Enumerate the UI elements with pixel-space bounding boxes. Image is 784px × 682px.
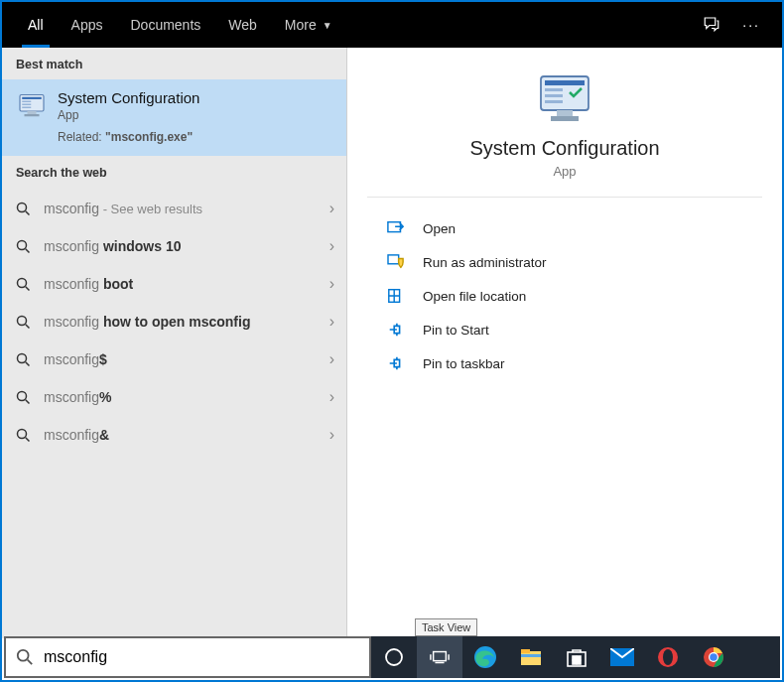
- more-options-icon[interactable]: ···: [742, 17, 760, 33]
- cortana-button[interactable]: [371, 636, 417, 678]
- chevron-right-icon: ›: [329, 426, 334, 444]
- svg-rect-5: [28, 111, 37, 114]
- file-explorer-button[interactable]: [508, 636, 554, 678]
- detail-title: System Configuration: [367, 137, 762, 160]
- svg-point-10: [18, 316, 27, 325]
- web-result-text: msconfig how to open msconfig: [44, 314, 329, 330]
- svg-point-38: [663, 649, 673, 665]
- svg-rect-34: [573, 661, 577, 665]
- best-match-item[interactable]: System Configuration App Related: "mscon…: [2, 79, 346, 156]
- svg-rect-16: [545, 88, 563, 91]
- svg-rect-3: [22, 104, 31, 106]
- svg-rect-22: [388, 255, 399, 264]
- search-icon: [16, 428, 34, 443]
- svg-rect-20: [551, 116, 579, 121]
- best-match-subtitle: App: [58, 108, 334, 122]
- task-view-button[interactable]: [417, 636, 462, 678]
- web-result-text: msconfig - See web results: [44, 201, 329, 216]
- search-filter-bar: All Apps Documents Web More ▼ ···: [2, 2, 782, 48]
- action-pin-start[interactable]: Pin to Start: [347, 313, 782, 346]
- tab-more[interactable]: More ▼: [271, 2, 346, 48]
- best-match-related: Related: "msconfig.exe": [58, 130, 334, 144]
- svg-rect-26: [434, 652, 447, 661]
- action-open-location[interactable]: Open file location: [347, 279, 782, 313]
- action-pin-taskbar-label: Pin to taskbar: [423, 356, 505, 371]
- search-icon: [16, 202, 34, 216]
- search-icon: [16, 239, 34, 254]
- web-results-list: msconfig - See web results›msconfig wind…: [2, 188, 346, 456]
- svg-rect-6: [25, 114, 40, 116]
- edge-button[interactable]: [462, 636, 508, 678]
- chrome-button[interactable]: [691, 636, 736, 678]
- detail-pane: System Configuration App Open Run as adm…: [347, 48, 782, 638]
- svg-point-9: [18, 278, 27, 287]
- tab-documents[interactable]: Documents: [116, 2, 214, 48]
- results-area: Best match System Configuration App Rela…: [2, 48, 782, 638]
- svg-rect-1: [22, 97, 42, 99]
- svg-point-25: [386, 649, 402, 665]
- detail-app-icon: [535, 71, 594, 127]
- search-icon: [16, 390, 34, 405]
- chevron-right-icon: ›: [329, 237, 334, 255]
- task-view-tooltip: Task View: [415, 618, 477, 636]
- web-result-item[interactable]: msconfig%›: [2, 378, 346, 416]
- action-run-admin[interactable]: Run as administrator: [347, 245, 782, 279]
- web-result-item[interactable]: msconfig how to open msconfig›: [2, 303, 346, 341]
- chevron-down-icon: ▼: [323, 20, 332, 31]
- svg-rect-4: [22, 107, 31, 109]
- action-pin-taskbar[interactable]: Pin to taskbar: [347, 346, 782, 380]
- taskbar-search[interactable]: [4, 636, 371, 678]
- web-result-text: msconfig&: [44, 427, 329, 443]
- detail-subtitle: App: [367, 164, 762, 179]
- svg-point-11: [18, 353, 27, 362]
- best-match-title: System Configuration: [58, 89, 334, 106]
- web-result-item[interactable]: msconfig windows 10›: [2, 227, 346, 265]
- action-open[interactable]: Open: [347, 211, 782, 245]
- svg-rect-15: [545, 80, 585, 85]
- svg-point-13: [18, 429, 27, 438]
- search-web-heading: Search the web: [2, 156, 346, 188]
- open-icon: [387, 219, 409, 237]
- web-result-text: msconfig boot: [44, 276, 329, 292]
- taskbar: [4, 636, 780, 678]
- action-run-admin-label: Run as administrator: [423, 255, 547, 270]
- svg-rect-28: [521, 651, 541, 665]
- taskbar-search-input[interactable]: [44, 648, 359, 666]
- opera-button[interactable]: [645, 636, 691, 678]
- chevron-right-icon: ›: [329, 200, 334, 217]
- svg-rect-2: [22, 101, 31, 103]
- action-open-location-label: Open file location: [423, 289, 526, 304]
- web-result-text: msconfig windows 10: [44, 238, 329, 254]
- mail-button[interactable]: [599, 636, 645, 678]
- svg-rect-18: [545, 100, 563, 103]
- svg-rect-33: [578, 656, 582, 660]
- tab-apps[interactable]: Apps: [58, 2, 117, 48]
- feedback-icon[interactable]: [703, 15, 720, 36]
- shield-icon: [387, 253, 409, 271]
- web-result-text: msconfig%: [44, 389, 329, 405]
- folder-icon: [387, 287, 409, 305]
- chevron-right-icon: ›: [329, 313, 334, 331]
- svg-point-7: [18, 203, 27, 211]
- svg-rect-30: [521, 654, 541, 657]
- tab-more-label: More: [285, 17, 317, 33]
- filter-tabs: All Apps Documents Web More ▼: [14, 2, 703, 48]
- svg-rect-32: [573, 656, 577, 660]
- tab-all[interactable]: All: [14, 2, 58, 48]
- web-result-item[interactable]: msconfig - See web results›: [2, 190, 346, 227]
- web-result-item[interactable]: msconfig&›: [2, 416, 346, 454]
- svg-point-41: [710, 653, 718, 661]
- web-result-item[interactable]: msconfig boot›: [2, 265, 346, 303]
- svg-rect-29: [521, 649, 530, 653]
- chevron-right-icon: ›: [329, 275, 334, 293]
- best-match-heading: Best match: [2, 48, 346, 79]
- microsoft-store-button[interactable]: [554, 636, 599, 678]
- pin-icon: [387, 354, 409, 372]
- search-icon: [16, 277, 34, 292]
- msconfig-icon: [16, 89, 48, 121]
- web-result-item[interactable]: msconfig$›: [2, 341, 346, 378]
- tab-web[interactable]: Web: [214, 2, 271, 48]
- search-icon: [16, 352, 34, 367]
- action-open-label: Open: [423, 221, 456, 236]
- pin-icon: [387, 321, 409, 339]
